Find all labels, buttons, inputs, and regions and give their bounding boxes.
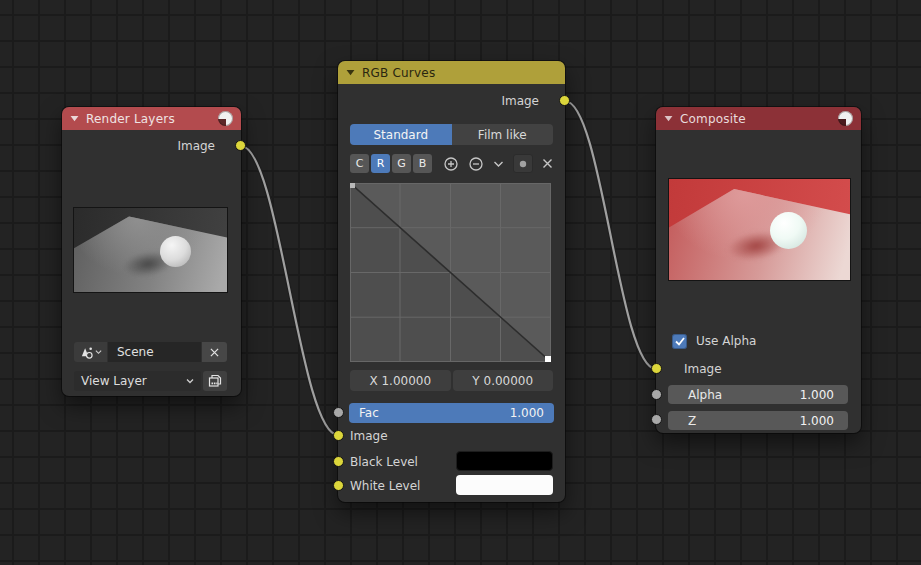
- black-level-swatch[interactable]: [456, 451, 553, 471]
- z-value: 1.000: [800, 414, 834, 428]
- tab-film-like[interactable]: Film like: [452, 124, 554, 145]
- scene-name-field[interactable]: Scene: [108, 342, 201, 362]
- close-icon: [542, 158, 553, 169]
- chevron-down-icon: [186, 378, 194, 384]
- curve-point-selected[interactable]: [545, 356, 551, 362]
- fac-label: Fac: [359, 406, 379, 420]
- composite-header[interactable]: Composite: [656, 107, 861, 130]
- alpha-value: 1.000: [800, 388, 834, 402]
- curve-plot: [350, 183, 551, 362]
- output-image-label: Image: [501, 91, 539, 111]
- curve-tools-button[interactable]: [493, 154, 504, 173]
- scene-selector: Scene: [74, 342, 227, 362]
- z-slider[interactable]: Z 1.000: [668, 411, 848, 430]
- scene-name-value: Scene: [117, 345, 154, 359]
- wire-renderlayers-to-curves: [241, 146, 338, 435]
- rgb-curves-header[interactable]: RGB Curves: [338, 61, 565, 84]
- alpha-slider[interactable]: Alpha 1.000: [668, 385, 848, 404]
- chevron-down-icon: [493, 160, 504, 168]
- scene-browse-button[interactable]: [74, 342, 107, 362]
- view-layer-dropdown[interactable]: View Layer: [74, 371, 201, 391]
- wire-curves-to-composite-outline: [565, 101, 656, 369]
- input-socket-black-level[interactable]: [333, 456, 344, 467]
- input-socket-alpha[interactable]: [651, 389, 662, 400]
- zoom-out-button[interactable]: [468, 154, 484, 173]
- preview-sphere: [160, 236, 191, 267]
- node-preview-sphere-icon[interactable]: [838, 111, 853, 126]
- input-socket-image[interactable]: [333, 430, 344, 441]
- node-title: Render Layers: [86, 112, 211, 126]
- point-coords-row: X 1.00000 Y 0.00000: [350, 370, 553, 391]
- output-socket-image[interactable]: [559, 95, 570, 106]
- node-composite[interactable]: Composite Use Alpha Image Alpha 1.000 Z …: [656, 107, 861, 433]
- channel-b-button[interactable]: B: [413, 154, 432, 173]
- checkbox-check-icon: [675, 337, 685, 346]
- scene-unlink-button[interactable]: [202, 342, 227, 362]
- channel-c-button[interactable]: C: [350, 154, 369, 173]
- point-x-field[interactable]: X 1.00000: [350, 370, 451, 391]
- fac-slider[interactable]: Fac 1.000: [349, 403, 554, 423]
- preview-floor: [74, 208, 227, 292]
- wire-curves-to-composite: [565, 101, 656, 369]
- curve-editor[interactable]: [350, 183, 551, 362]
- view-layer-icon: [208, 374, 222, 388]
- zoom-out-icon: [468, 156, 484, 172]
- node-preview-sphere-icon[interactable]: [218, 111, 233, 126]
- node-title: RGB Curves: [362, 66, 557, 80]
- white-level-swatch[interactable]: [456, 475, 553, 495]
- chevron-down-icon: [95, 349, 102, 355]
- use-alpha-label: Use Alpha: [696, 331, 756, 351]
- view-layer-value: View Layer: [81, 374, 147, 388]
- channel-g-button[interactable]: G: [392, 154, 411, 173]
- close-icon: [210, 348, 219, 357]
- wire-renderlayers-to-curves-outline: [241, 146, 338, 435]
- output-socket-image[interactable]: [235, 140, 246, 151]
- node-rgb-curves[interactable]: RGB Curves Image Standard Film like C R …: [338, 61, 565, 502]
- zoom-in-icon: [443, 156, 459, 172]
- input-socket-image[interactable]: [651, 363, 662, 374]
- input-socket-fac[interactable]: [333, 407, 344, 418]
- delete-point-button[interactable]: [542, 154, 553, 173]
- input-image-label: Image: [350, 426, 388, 446]
- use-alpha-checkbox[interactable]: [672, 334, 687, 349]
- point-y-field[interactable]: Y 0.00000: [453, 370, 554, 391]
- node-title: Composite: [680, 112, 831, 126]
- tab-standard[interactable]: Standard: [350, 124, 452, 145]
- input-socket-white-level[interactable]: [333, 480, 344, 491]
- z-label: Z: [688, 414, 696, 428]
- preview-floor: [669, 179, 850, 280]
- new-view-layer-button[interactable]: [203, 371, 227, 391]
- curve-toolbar: C R G B: [350, 154, 553, 173]
- clipping-options-button[interactable]: [513, 154, 533, 173]
- white-level-label: White Level: [350, 476, 420, 496]
- curve-point-start[interactable]: [350, 183, 355, 188]
- node-editor-canvas[interactable]: Render Layers Image Scene: [0, 0, 921, 565]
- node-render-layers[interactable]: Render Layers Image Scene: [62, 107, 241, 396]
- input-image-label: Image: [684, 359, 722, 379]
- black-level-label: Black Level: [350, 452, 418, 472]
- clipping-dot-icon: [519, 160, 527, 168]
- scene-icon: [80, 346, 93, 359]
- zoom-in-button[interactable]: [443, 154, 459, 173]
- alpha-label: Alpha: [688, 388, 722, 402]
- input-socket-z[interactable]: [651, 414, 662, 425]
- channel-r-button[interactable]: R: [371, 154, 390, 173]
- composite-preview-image: [668, 178, 851, 281]
- collapse-triangle-icon[interactable]: [70, 115, 79, 122]
- collapse-triangle-icon[interactable]: [664, 115, 673, 122]
- render-layers-preview-image: [73, 207, 228, 293]
- fac-value: 1.000: [510, 406, 544, 420]
- view-layer-row: View Layer: [74, 371, 227, 391]
- render-layers-header[interactable]: Render Layers: [62, 107, 241, 130]
- collapse-triangle-icon[interactable]: [346, 69, 355, 76]
- output-image-label: Image: [177, 136, 215, 156]
- tone-tabs: Standard Film like: [350, 124, 553, 145]
